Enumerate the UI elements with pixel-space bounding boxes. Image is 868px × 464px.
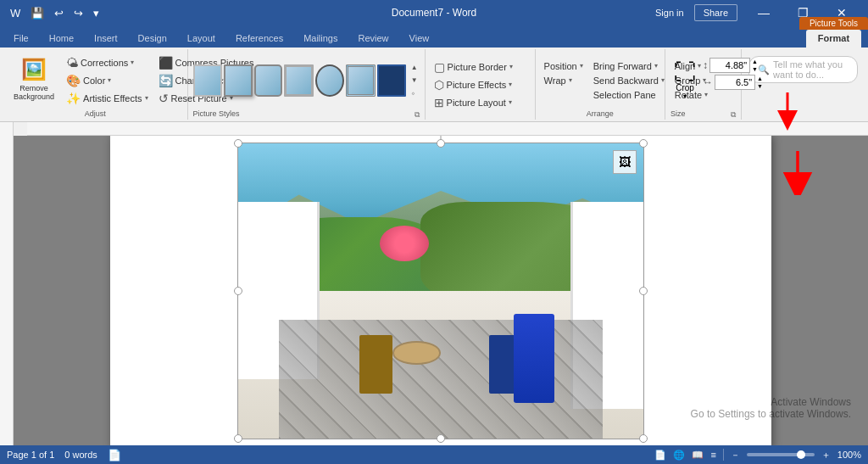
- zoom-in-button[interactable]: ＋: [821, 449, 831, 461]
- picture-tools-section: Picture Tools Format: [799, 17, 868, 48]
- styles-scroll-down[interactable]: ▼: [409, 75, 420, 86]
- picture-style-2[interactable]: [224, 64, 253, 97]
- picture-layout-button[interactable]: ⊞ Picture Layout ▾: [431, 94, 530, 111]
- handle-mid-left[interactable]: [234, 287, 242, 295]
- adjust-group-content: 🖼️ RemoveBackground 🌤 Corrections ▾ 🎨 C: [8, 51, 182, 109]
- tab-home[interactable]: Home: [39, 30, 84, 48]
- adjust-row1: 🖼️ RemoveBackground 🌤 Corrections ▾ 🎨 C: [8, 54, 182, 107]
- wrap-label: Wrap: [544, 75, 566, 86]
- picture-styles-dialog-launcher[interactable]: ⧉: [415, 110, 420, 120]
- compress-icon: ⬛: [159, 56, 173, 70]
- selection-pane-button[interactable]: Selection Pane: [590, 88, 668, 102]
- picture-effects-button[interactable]: ⬡ Picture Effects ▾: [431, 76, 530, 93]
- image-container[interactable]: 🖼: [237, 143, 644, 439]
- handle-bottom-mid[interactable]: [437, 434, 445, 443]
- send-backward-button[interactable]: Send Backward ▾: [590, 74, 668, 87]
- tell-me-box[interactable]: 🔍 Tell me what you want to do...: [748, 56, 858, 83]
- picture-style-4[interactable]: [284, 64, 314, 97]
- wrap-text-button[interactable]: Wrap ▾: [541, 74, 587, 87]
- color-icon: 🎨: [66, 74, 81, 87]
- remove-bg-label: RemoveBackground: [14, 84, 54, 103]
- height-spin-down[interactable]: ▼: [752, 65, 758, 73]
- view-outline-icon[interactable]: ≡: [710, 450, 715, 460]
- view-print-icon[interactable]: 📄: [654, 450, 666, 461]
- tab-insert[interactable]: Insert: [84, 30, 128, 48]
- position-button[interactable]: Position ▾: [541, 59, 587, 73]
- picture-tools-content: ▢ Picture Border ▾ ⬡ Picture Effects ▾ ⊞…: [431, 51, 530, 118]
- content-area: 🖼 Activate Windows Go to Settings to act…: [0, 122, 868, 445]
- picture-style-1[interactable]: [193, 64, 222, 97]
- image-placeholder: [238, 143, 643, 439]
- image-options-icon[interactable]: 🖼: [613, 150, 637, 174]
- ribbon-group-size: ⛶ Crop ▾ ↕ ▲ ▼: [665, 49, 742, 120]
- handle-top-right[interactable]: [639, 139, 648, 148]
- width-spin-down[interactable]: ▼: [757, 82, 763, 90]
- styles-more[interactable]: ⬦: [409, 87, 420, 98]
- corrections-button[interactable]: 🌤 Corrections ▾: [63, 54, 151, 71]
- remove-background-button[interactable]: 🖼️ RemoveBackground: [8, 54, 59, 106]
- picture-style-6[interactable]: [346, 64, 376, 97]
- picture-styles-footer: Picture Styles ⧉: [193, 109, 420, 120]
- artistic-effects-icon: ✨: [66, 92, 81, 105]
- bring-forward-button[interactable]: Bring Forward ▾: [590, 59, 668, 73]
- zoom-out-button[interactable]: －: [731, 449, 740, 461]
- picture-border-button[interactable]: ▢ Picture Border ▾: [431, 59, 530, 75]
- crop-label: Crop: [676, 83, 694, 92]
- size-footer: Size ⧉: [670, 109, 736, 120]
- handle-top-left[interactable]: [234, 139, 242, 148]
- picture-style-7-selected[interactable]: [377, 64, 406, 97]
- picture-styles-content: ▲ ▼ ⬦: [193, 51, 420, 109]
- word-count: 0 words: [64, 450, 97, 460]
- artistic-effects-button[interactable]: ✨ Artistic Effects ▾: [63, 90, 151, 107]
- crop-arrow: ▾: [683, 92, 687, 100]
- tab-references[interactable]: References: [225, 30, 293, 48]
- tab-layout[interactable]: Layout: [177, 30, 225, 48]
- color-button[interactable]: 🎨 Color ▾: [63, 72, 151, 89]
- tab-design[interactable]: Design: [128, 30, 177, 48]
- height-icon: ↕: [703, 59, 708, 71]
- size-content: ⛶ Crop ▾ ↕ ▲ ▼: [670, 51, 736, 109]
- crop-button[interactable]: ⛶ Crop ▾: [670, 58, 699, 103]
- handle-mid-right[interactable]: [639, 287, 648, 295]
- corrections-label: Corrections: [81, 58, 128, 68]
- width-row: ↔ ▲ ▼: [703, 75, 763, 90]
- flowers: [380, 226, 428, 261]
- view-web-icon[interactable]: 🌐: [673, 450, 685, 461]
- status-separator: [723, 449, 724, 461]
- layout-label: Picture Layout: [447, 98, 506, 108]
- corrections-icon: 🌤: [66, 56, 78, 70]
- view-read-icon[interactable]: 📖: [692, 450, 704, 461]
- handle-bottom-right[interactable]: [639, 434, 648, 443]
- tab-file[interactable]: File: [3, 30, 39, 48]
- effects-icon: ⬡: [434, 78, 444, 92]
- width-input[interactable]: [715, 75, 755, 90]
- zoom-level[interactable]: 100%: [837, 450, 861, 460]
- width-icon: ↔: [703, 76, 713, 88]
- proofing-icon[interactable]: 📄: [108, 449, 121, 461]
- ribbon-group-arrange: Position ▾ Wrap ▾ Bring Forward ▾: [536, 49, 666, 120]
- ribbon-group-adjust: 🖼️ RemoveBackground 🌤 Corrections ▾ 🎨 C: [3, 49, 188, 120]
- reset-icon: ↺: [159, 92, 169, 105]
- tab-format[interactable]: Format: [806, 30, 861, 48]
- tab-mailings[interactable]: Mailings: [293, 30, 348, 48]
- tab-review[interactable]: Review: [348, 30, 399, 48]
- handle-bottom-left[interactable]: [234, 434, 242, 443]
- zoom-slider[interactable]: [747, 453, 815, 456]
- handle-top-mid[interactable]: [437, 139, 445, 148]
- status-right: 📄 🌐 📖 ≡ － ＋ 100%: [654, 449, 861, 461]
- styles-scroll-up[interactable]: ▲: [409, 62, 420, 73]
- picture-style-5[interactable]: [315, 64, 344, 97]
- picture-style-3[interactable]: [254, 64, 283, 97]
- height-input[interactable]: [709, 58, 750, 73]
- height-spin-up[interactable]: ▲: [752, 58, 758, 65]
- remove-bg-container: 🖼️ RemoveBackground: [8, 54, 59, 107]
- main-content: 🖼 Activate Windows Go to Settings to act…: [14, 122, 868, 445]
- arrange-group-label: Arrange: [587, 109, 614, 120]
- styles-scroll-buttons: ▲ ▼ ⬦: [409, 62, 420, 98]
- ribbon: 🖼️ RemoveBackground 🌤 Corrections ▾ 🎨 C: [0, 48, 868, 122]
- width-spin-up[interactable]: ▲: [757, 75, 763, 82]
- tab-view[interactable]: View: [399, 30, 440, 48]
- table: [392, 341, 441, 365]
- document-page: 🖼: [110, 136, 771, 445]
- size-dialog-launcher[interactable]: ⧉: [731, 110, 736, 120]
